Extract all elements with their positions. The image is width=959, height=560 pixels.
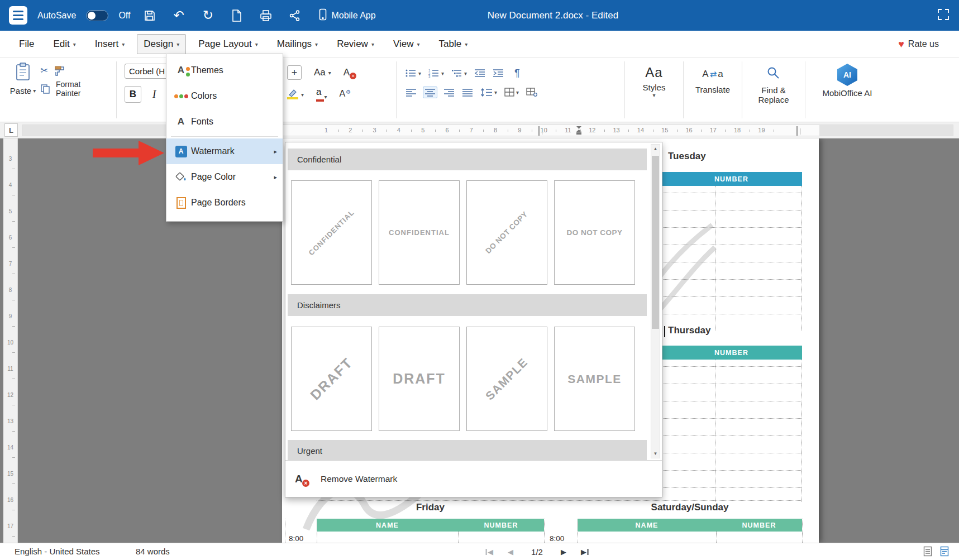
indent-marker-icon[interactable] [576, 126, 582, 136]
watermark-card[interactable]: CONFIDENTIAL [291, 180, 372, 285]
align-center-button[interactable] [423, 87, 437, 98]
numbered-list-button[interactable]: 123 ▾ [427, 68, 445, 79]
fullscreen-icon[interactable] [937, 8, 950, 23]
watermark-card[interactable]: SAMPLE [554, 327, 635, 431]
redo-icon[interactable]: ↻ [198, 6, 217, 25]
borders-button[interactable]: ▾ [503, 87, 520, 98]
menu-file[interactable]: File [12, 34, 41, 54]
scrollbar-thumb[interactable] [652, 156, 659, 329]
find-replace-button[interactable]: Find & Replace [742, 58, 805, 122]
remove-watermark-icon: A× [295, 473, 309, 485]
thursday-heading: Thursday [668, 325, 711, 336]
font-color-button[interactable]: a ▾ [316, 87, 327, 102]
language-indicator[interactable]: English - United States [15, 547, 100, 556]
watermark-card[interactable]: DRAFT [291, 327, 372, 431]
watermark-card[interactable]: DO NOT COPY [466, 180, 547, 285]
menu-insert[interactable]: Insert▾ [88, 34, 132, 54]
menu-table[interactable]: Table▾ [432, 34, 475, 54]
share-icon[interactable] [285, 6, 304, 25]
page-navigation: ◀ ◀ 1/2 ▶ ▶ [485, 543, 589, 560]
print-icon[interactable] [256, 6, 275, 25]
show-formatting-marks-button[interactable]: ¶ [514, 68, 520, 79]
caret-down-icon: ▾ [255, 41, 258, 47]
bullet-list-button[interactable]: ▾ [404, 68, 422, 79]
new-document-icon[interactable] [227, 6, 246, 25]
scroll-down-icon[interactable]: ▼ [651, 449, 660, 458]
multilevel-list-button[interactable]: ▾ [450, 68, 468, 79]
menu-edit[interactable]: Edit▾ [46, 34, 82, 54]
hamburger-menu-icon[interactable] [9, 6, 27, 25]
clear-formatting-button[interactable]: A× [343, 67, 354, 78]
table-settings-button[interactable] [525, 87, 538, 98]
watermark-icon: A [171, 146, 191, 157]
paste-button[interactable]: Paste▾ [6, 63, 40, 122]
increase-indent-button[interactable] [492, 68, 505, 79]
menu-item-page-borders[interactable]: Page Borders [166, 190, 283, 216]
page-view-icon[interactable] [923, 546, 932, 558]
character-settings-button[interactable]: A⚙ [340, 89, 351, 99]
menu-mailings[interactable]: Mailings▾ [270, 34, 325, 54]
table-column-marker-icon[interactable] [796, 127, 798, 136]
styles-button[interactable]: Aa Styles ▾ [625, 58, 683, 122]
v-ruler[interactable]: 34567891011121314151617 [3, 138, 18, 543]
title-bar: AutoSave Off ↶ ↻ [0, 0, 959, 31]
table-column-marker-icon[interactable] [538, 127, 540, 136]
remove-watermark-button[interactable]: A× Remove Watermark [285, 460, 662, 497]
justify-button[interactable] [461, 87, 474, 98]
mobile-app-button[interactable]: Mobile App [319, 8, 375, 23]
align-left-button[interactable] [404, 87, 418, 98]
weekend-name-header: NAME [578, 519, 716, 532]
italic-button[interactable]: I [149, 88, 159, 100]
align-right-button[interactable] [442, 87, 456, 98]
translate-button[interactable]: A⇄a Translate [684, 58, 742, 122]
next-page-button[interactable]: ▶ [561, 548, 566, 556]
status-bar: English - United States 84 words ◀ ◀ 1/2… [0, 543, 959, 560]
watermark-card[interactable]: DO NOT COPY [554, 180, 635, 285]
format-painter-icon[interactable] [54, 65, 65, 76]
h-ruler-band[interactable]: 12345678910111213141516171819 [22, 125, 953, 136]
word-count[interactable]: 84 words [136, 547, 170, 556]
bold-button[interactable]: B [125, 86, 141, 103]
thursday-number-header: NUMBER [661, 346, 802, 360]
watermark-card[interactable]: CONFIDENTIAL [379, 180, 460, 285]
caret-down-icon: ▾ [464, 70, 467, 76]
format-painter-label[interactable]: Format Painter [56, 80, 89, 98]
undo-icon[interactable]: ↶ [169, 6, 188, 25]
autosave-state: Off [118, 11, 130, 21]
caret-down-icon: ▾ [418, 70, 421, 76]
menu-item-colors[interactable]: Colors [166, 83, 283, 109]
last-page-button[interactable]: ▶ [581, 548, 589, 556]
line-spacing-button[interactable]: ▾ [479, 87, 498, 98]
fonts-icon: A [171, 116, 191, 127]
first-page-button[interactable]: ◀ [485, 548, 493, 556]
scrollbar[interactable]: ▲ ▼ [651, 144, 660, 458]
menu-item-themes[interactable]: A Themes [166, 58, 283, 83]
decrease-indent-button[interactable] [473, 68, 486, 79]
increase-font-size-button[interactable]: + [287, 65, 302, 80]
web-view-icon[interactable] [940, 546, 949, 558]
autosave-toggle[interactable] [86, 10, 108, 21]
friday-name-header: NAME [317, 519, 458, 532]
previous-page-button[interactable]: ◀ [508, 548, 513, 556]
watermark-card[interactable]: SAMPLE [466, 327, 547, 431]
menu-item-page-color[interactable]: Page Color ▸ [166, 164, 283, 190]
menu-review[interactable]: Review▾ [330, 34, 381, 54]
tab-stop-selector[interactable]: L [4, 123, 18, 137]
scroll-up-icon[interactable]: ▲ [651, 145, 660, 153]
menu-design[interactable]: Design▾ [137, 34, 186, 54]
cut-icon[interactable]: ✂ [40, 65, 48, 76]
copy-icon[interactable] [40, 84, 50, 94]
caret-down-icon: ▾ [122, 41, 125, 47]
change-case-button[interactable]: Aa▾ [314, 67, 331, 78]
menu-page-layout[interactable]: Page Layout▾ [192, 34, 265, 54]
menu-view[interactable]: View▾ [387, 34, 427, 54]
menu-item-fonts[interactable]: A Fonts [166, 109, 283, 135]
rate-us-label: Rate us [908, 39, 939, 49]
application-window: AutoSave Off ↶ ↻ [0, 0, 959, 560]
menu-item-watermark[interactable]: A Watermark ▸ [166, 138, 283, 164]
save-icon[interactable] [140, 6, 159, 25]
rate-us-button[interactable]: ♥ Rate us [898, 39, 939, 50]
highlight-color-button[interactable]: ▾ [287, 89, 304, 99]
mobioffice-ai-button[interactable]: AI MobiOffice AI [805, 58, 889, 122]
watermark-card[interactable]: DRAFT [379, 327, 460, 431]
